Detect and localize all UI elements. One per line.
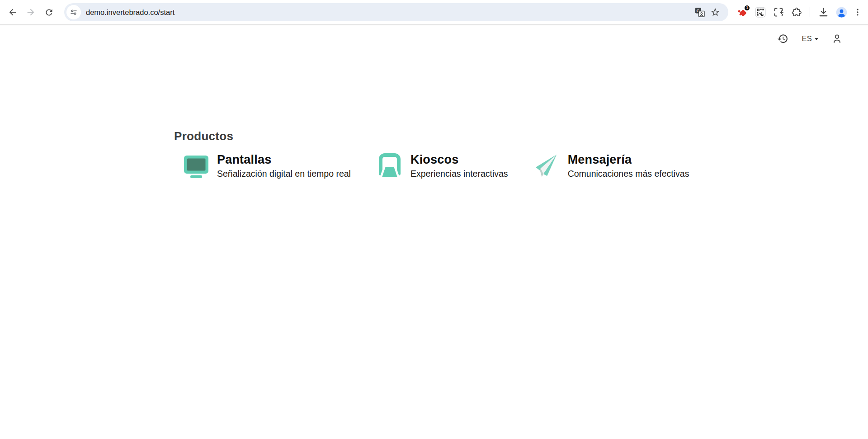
kiosk-icon <box>377 152 403 179</box>
history-button[interactable] <box>776 32 789 45</box>
chevron-down-icon <box>815 38 818 40</box>
extensions-area: 1 <box>735 5 863 20</box>
forward-button[interactable] <box>22 3 40 21</box>
product-subtitle: Experiencias interactivas <box>410 168 508 179</box>
red-extension-button[interactable]: 1 <box>735 5 750 20</box>
product-item-pantallas[interactable]: Pantallas Señalización digital en tiempo… <box>183 152 351 180</box>
user-profile-icon <box>831 33 843 44</box>
tune-icon <box>70 8 78 16</box>
site-info-chip[interactable] <box>66 5 81 19</box>
language-selector[interactable]: ES <box>802 34 818 43</box>
star-icon <box>710 7 720 17</box>
omnibox[interactable]: demo.invertebrado.co/start G <box>64 3 728 21</box>
product-subtitle: Comunicaciones más efectivas <box>568 168 689 179</box>
translate-button[interactable]: G <box>692 5 708 20</box>
forward-arrow-icon <box>26 7 36 17</box>
downloads-button[interactable] <box>816 5 831 20</box>
products-heading: Productos <box>174 129 689 143</box>
product-title: Kioscos <box>410 152 508 167</box>
history-icon <box>777 33 788 44</box>
products-section: Productos Pantallas Señalización digital… <box>174 129 689 180</box>
bookmark-button[interactable] <box>708 5 723 20</box>
page-header: ES <box>776 32 844 45</box>
extensions-menu-button[interactable] <box>789 5 804 20</box>
reload-icon <box>44 8 54 17</box>
product-text: Mensajería Comunicaciones más efectivas <box>568 152 689 180</box>
screen-capture-icon <box>773 7 784 18</box>
capture-extension-button[interactable] <box>771 5 786 20</box>
browser-menu-button[interactable] <box>852 5 863 20</box>
url-text[interactable]: demo.invertebrado.co/start <box>86 8 692 17</box>
kebab-menu-icon <box>853 8 862 17</box>
extensions-puzzle-icon <box>791 7 802 18</box>
back-button[interactable] <box>4 3 22 21</box>
language-label: ES <box>802 34 812 43</box>
toolbar-divider <box>810 7 810 17</box>
page-content: ES Productos <box>0 26 868 439</box>
qr-code-icon <box>755 6 766 18</box>
product-item-mensajeria[interactable]: Mensajería Comunicaciones más efectivas <box>534 152 689 180</box>
extension-badge: 1 <box>744 5 750 11</box>
monitor-icon <box>183 152 209 179</box>
product-text: Kioscos Experiencias interactivas <box>410 152 508 180</box>
qr-extension-button[interactable] <box>753 5 768 20</box>
product-title: Mensajería <box>568 152 689 167</box>
product-text: Pantallas Señalización digital en tiempo… <box>217 152 351 180</box>
download-icon <box>818 7 829 18</box>
browser-toolbar: demo.invertebrado.co/start G <box>0 0 868 25</box>
paper-plane-icon <box>534 152 560 179</box>
product-item-kioscos[interactable]: Kioscos Experiencias interactivas <box>377 152 508 180</box>
product-title: Pantallas <box>217 152 351 167</box>
translate-icon: G <box>694 7 705 18</box>
reload-button[interactable] <box>40 3 58 21</box>
browser-profile-button[interactable] <box>834 5 849 20</box>
profile-avatar-icon <box>835 6 848 19</box>
back-arrow-icon <box>8 7 18 17</box>
product-subtitle: Señalización digital en tiempo real <box>217 168 351 179</box>
user-profile-button[interactable] <box>830 32 844 45</box>
product-row: Pantallas Señalización digital en tiempo… <box>174 152 689 180</box>
